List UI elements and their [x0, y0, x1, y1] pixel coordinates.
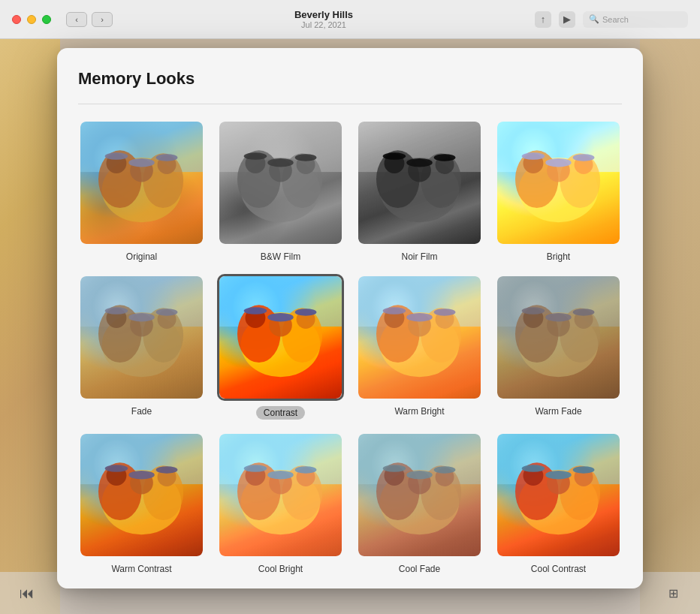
window-title: Beverly Hills: [113, 9, 535, 20]
people-svg-original: [80, 122, 203, 244]
people-svg-cool-fade: [358, 434, 481, 556]
look-thumb-original[interactable]: [78, 119, 205, 246]
close-button[interactable]: [12, 15, 21, 24]
look-preview-cool-bright: [219, 434, 342, 556]
svg-point-118: [522, 465, 545, 472]
svg-point-68: [383, 307, 406, 315]
svg-point-79: [573, 309, 595, 316]
look-item-original[interactable]: Original: [78, 119, 205, 262]
look-thumb-fade[interactable]: [78, 274, 205, 401]
look-item-cool-contrast[interactable]: Cool Contrast: [495, 432, 622, 574]
look-thumb-bw-film[interactable]: [217, 119, 344, 246]
look-item-bw-film[interactable]: B&W Film: [217, 119, 344, 262]
svg-point-87: [128, 471, 155, 480]
people-svg-warm-bright: [358, 276, 481, 399]
svg-point-67: [406, 313, 433, 322]
modal-divider: [78, 104, 622, 104]
traffic-lights: [12, 15, 51, 24]
svg-point-27: [406, 158, 433, 167]
search-placeholder: Search: [602, 15, 629, 24]
people-svg-fade: [80, 276, 203, 399]
svg-point-9: [156, 154, 178, 161]
look-thumb-cool-contrast[interactable]: [495, 432, 622, 558]
title-center: Beverly Hills Jul 22, 2021: [113, 9, 535, 29]
look-preview-fade: [80, 276, 203, 399]
back-button[interactable]: ‹: [66, 12, 87, 27]
look-item-warm-bright[interactable]: Warm Bright: [356, 274, 483, 420]
share-button[interactable]: ↑: [535, 11, 551, 28]
search-bar[interactable]: 🔍 Search: [583, 11, 688, 28]
look-thumb-bright[interactable]: [495, 119, 622, 246]
look-item-noir-film[interactable]: Noir Film: [356, 119, 483, 262]
look-thumb-warm-contrast[interactable]: [78, 432, 205, 558]
svg-point-58: [244, 307, 267, 315]
look-label-fade: Fade: [131, 406, 152, 417]
svg-point-88: [105, 465, 128, 472]
look-label-noir-film: Noir Film: [402, 251, 438, 262]
modal-overlay: Memory Looks: [0, 39, 700, 614]
forward-button[interactable]: ›: [92, 12, 113, 27]
people-svg-bright: [497, 122, 620, 244]
look-preview-warm-bright: [358, 276, 481, 399]
people-svg-cool-bright: [219, 434, 342, 556]
people-svg-bw: [219, 122, 342, 244]
svg-point-57: [267, 313, 294, 322]
look-thumb-noir-film[interactable]: [356, 119, 483, 246]
minimize-button[interactable]: [27, 15, 36, 24]
look-label-warm-bright: Warm Bright: [394, 406, 444, 417]
people-svg-warm-contrast: [80, 434, 203, 556]
look-item-warm-fade[interactable]: Warm Fade: [495, 274, 622, 420]
people-svg-contrast: [219, 276, 342, 399]
svg-point-48: [105, 307, 128, 315]
look-thumb-cool-fade[interactable]: [356, 432, 483, 558]
svg-point-69: [434, 309, 456, 316]
forward-arrow-icon: ›: [101, 15, 104, 24]
people-svg-cool-contrast: [497, 434, 620, 556]
share-icon: ↑: [541, 14, 546, 25]
svg-point-8: [105, 152, 128, 160]
look-item-cool-bright[interactable]: Cool Bright: [217, 432, 344, 574]
svg-point-97: [267, 471, 294, 480]
look-thumb-cool-bright[interactable]: [217, 432, 344, 558]
svg-point-47: [128, 313, 155, 322]
svg-point-29: [434, 154, 456, 161]
look-preview-cool-fade: [358, 434, 481, 556]
svg-point-77: [545, 313, 572, 322]
slideshow-icon: ▶: [563, 14, 571, 25]
look-preview-bright: [497, 122, 620, 244]
people-svg-warm-fade: [497, 276, 620, 399]
window-subtitle: Jul 22, 2021: [113, 20, 535, 29]
svg-point-38: [522, 152, 545, 160]
titlebar: ‹ › Beverly Hills Jul 22, 2021 ↑ ▶ 🔍 Sea…: [0, 0, 700, 39]
look-item-warm-contrast[interactable]: Warm Contrast: [78, 432, 205, 574]
look-thumb-contrast[interactable]: [217, 274, 344, 401]
look-item-bright[interactable]: Bright: [495, 119, 622, 262]
look-item-contrast[interactable]: Contrast: [217, 274, 344, 420]
look-label-cool-fade: Cool Fade: [399, 564, 440, 574]
look-label-cool-bright: Cool Bright: [258, 564, 303, 574]
look-preview-original: [80, 122, 203, 244]
svg-point-28: [383, 152, 406, 160]
svg-point-98: [244, 465, 267, 472]
look-item-cool-fade[interactable]: Cool Fade: [356, 432, 483, 574]
look-label-bright: Bright: [547, 251, 570, 262]
maximize-button[interactable]: [42, 15, 51, 24]
look-item-fade[interactable]: Fade: [78, 274, 205, 420]
look-label-warm-contrast: Warm Contrast: [111, 564, 171, 574]
look-preview-warm-contrast: [80, 434, 203, 556]
svg-point-108: [383, 465, 406, 472]
modal-title: Memory Looks: [78, 69, 622, 89]
look-thumb-warm-fade[interactable]: [495, 274, 622, 401]
svg-point-89: [156, 466, 178, 474]
look-thumb-warm-bright[interactable]: [356, 274, 483, 401]
svg-point-119: [573, 466, 595, 474]
slideshow-button[interactable]: ▶: [559, 11, 575, 28]
toolbar-right: ↑ ▶ 🔍 Search: [535, 11, 688, 28]
svg-point-37: [545, 158, 572, 167]
look-preview-bw-film: [219, 122, 342, 244]
svg-point-99: [295, 466, 317, 474]
svg-point-109: [434, 466, 456, 474]
svg-point-49: [156, 309, 178, 316]
back-arrow-icon: ‹: [75, 15, 78, 24]
look-preview-contrast: [219, 276, 342, 399]
